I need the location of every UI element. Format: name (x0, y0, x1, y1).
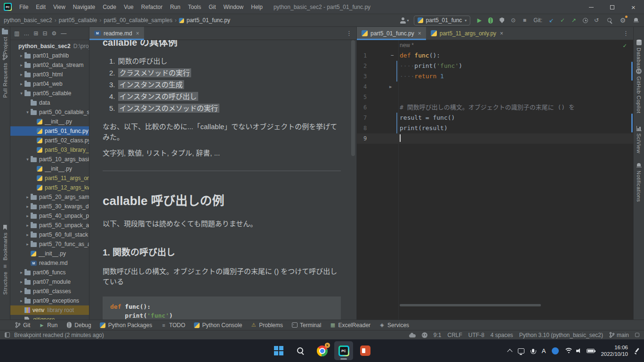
error-stripe-mark[interactable] (631, 114, 633, 132)
gutter-run-marker-icon[interactable]: ▶ (389, 82, 392, 92)
tree-row-part03-html[interactable]: ▸part03_html (10, 70, 89, 79)
more-options-icon[interactable]: … (24, 31, 29, 36)
editor-line[interactable]: 3····return 1 (357, 71, 633, 82)
chevron-right-icon[interactable]: ▸ (18, 82, 24, 86)
view-options-icon[interactable]: ▥ (14, 31, 19, 36)
toolwindow-python-console[interactable]: Python Console (190, 320, 247, 330)
tab-readme[interactable]: readme.md × (89, 27, 144, 40)
menu-item-refactor[interactable]: Refactor (137, 0, 166, 14)
breadcrumb-item[interactable]: part5_01_func.py (186, 17, 230, 24)
tree-row-part5-12-args-kwargs[interactable]: part5_12_args_kwargs (10, 183, 89, 192)
tree-row-part5-10-args-basic[interactable]: ▾part5_10_args_basic (10, 155, 89, 164)
ime-status[interactable]: A (542, 347, 546, 354)
taskbar-chrome-button[interactable]: k (313, 341, 331, 360)
menu-item-edit[interactable]: Edit (32, 0, 49, 14)
stop-button[interactable]: ■ (520, 16, 529, 25)
tree-row-part06-funcs[interactable]: ▸part06_funcs (10, 268, 89, 277)
preview-scrollbar[interactable] (351, 40, 355, 156)
tree-row-gitignore[interactable]: .gitignore (10, 315, 89, 320)
cloud-status-icon[interactable] (409, 334, 416, 337)
settings-button[interactable]: ⚙ (619, 16, 627, 25)
tool-window-toggle-icon[interactable] (5, 332, 10, 337)
menu-item-window[interactable]: Window (220, 0, 248, 14)
tray-indicator-icon[interactable] (552, 347, 559, 354)
tab-options-menu[interactable]: ⋮ (619, 27, 633, 40)
breadcrumb-item[interactable]: part05_callable (59, 17, 97, 24)
close-icon[interactable]: × (418, 30, 421, 37)
debug-button[interactable] (486, 16, 495, 25)
settings-gear-icon[interactable]: ⚙ (51, 31, 56, 36)
tool-strip-pull-requests[interactable]: Pull Requests (0, 54, 10, 98)
menu-item-run[interactable]: Run (166, 0, 184, 14)
editor-line[interactable]: 9 (357, 133, 633, 144)
chevron-right-icon[interactable]: ▸ (24, 204, 31, 209)
menu-item-view[interactable]: View (49, 0, 69, 14)
chevron-down-icon[interactable]: ▾ (24, 157, 31, 162)
tree-row-part5-11-args-only-py[interactable]: part5_11_args_only.py (10, 173, 89, 183)
tree-row-readme-md[interactable]: readme.md (10, 258, 89, 268)
line-separator[interactable]: CRLF (447, 332, 462, 338)
tab-part5-11-args-only[interactable]: part5_11_args_only.py × (426, 27, 508, 40)
tree-row-venv[interactable]: venvlibrary root (10, 305, 89, 315)
toolwindow-python-packages[interactable]: Python Packages (96, 320, 156, 330)
start-button[interactable] (269, 341, 288, 360)
toolwindow-todo[interactable]: ≡TODO (156, 320, 189, 330)
menu-item-code[interactable]: Code (99, 0, 120, 14)
git-branch-widget[interactable]: main (609, 332, 629, 338)
breadcrumb-item[interactable]: part5_00_callable_samples (104, 17, 172, 24)
close-button[interactable]: × (623, 0, 644, 14)
toolwindow-excelreader[interactable]: ▦ExcelReader (325, 320, 375, 330)
tool-strip-github-copilot[interactable]: GitHub Copilot (634, 68, 644, 114)
menu-item-git[interactable]: Git (205, 0, 219, 14)
tree-row-part05-callable[interactable]: ▾part05_callable (10, 89, 89, 98)
tree-row-part5-60-full-stack[interactable]: ▸part5_60_full_stack (10, 230, 89, 239)
chevron-right-icon[interactable]: ▸ (18, 270, 24, 275)
python-interpreter[interactable]: Python 3.10 (python_basic_sec2) (519, 332, 603, 338)
minimize-button[interactable] (580, 0, 602, 14)
tree-row-data[interactable]: data (10, 98, 89, 107)
chevron-right-icon[interactable]: ▸ (18, 53, 24, 58)
pen-icon[interactable] (634, 347, 640, 354)
indent-style[interactable]: 4 spaces (491, 332, 513, 338)
tree-row-part5-40-unpack-param[interactable]: ▸part5_40_unpack_param (10, 211, 89, 221)
tree-row-init-py[interactable]: __init__.py (10, 249, 89, 258)
editor-line[interactable]: 1def func(): (357, 50, 633, 61)
tab-part5-01-func[interactable]: part5_01_func.py × (357, 27, 426, 40)
tree-row-part5-00-callable-samples[interactable]: ▾part5_00_callable_samples (10, 107, 89, 117)
editor-line[interactable]: 4 (357, 82, 633, 92)
chevron-right-icon[interactable]: ▸ (18, 298, 24, 303)
copilot-status-icon[interactable] (422, 332, 427, 338)
editor-line[interactable]: 8print(result) (357, 123, 633, 133)
menu-item-vue[interactable]: Vue (120, 0, 137, 14)
tree-row-part5-03-library-exa[interactable]: part5_03_library_exa (10, 145, 89, 155)
taskbar-search-button[interactable] (291, 341, 310, 360)
chevron-right-icon[interactable]: ▸ (24, 223, 31, 228)
inspections-ok-icon[interactable]: ✓ (623, 42, 627, 49)
chevron-right-icon[interactable]: ▸ (18, 289, 24, 294)
chevron-right-icon[interactable]: ▸ (24, 214, 31, 218)
close-icon[interactable]: × (500, 30, 503, 37)
user-account-button[interactable]: ▾ (400, 17, 409, 24)
collapse-all-icon[interactable]: ⊟ (42, 31, 47, 36)
toolwindow-problems[interactable]: ⚠Problems (246, 320, 287, 330)
taskbar-office-button[interactable] (356, 341, 375, 360)
editor-line[interactable]: 7result = func() (357, 113, 633, 123)
hide-panel-icon[interactable]: — (61, 31, 66, 36)
tree-row-part5-50-unpack-argum[interactable]: ▸part5_50_unpack_argum (10, 221, 89, 230)
tool-strip-structure[interactable]: ≡Structure (0, 263, 10, 295)
chevron-right-icon[interactable]: ▸ (18, 280, 24, 284)
expand-all-icon[interactable]: ⊞ (33, 31, 38, 36)
editor-line[interactable]: 5 (357, 92, 633, 102)
run-button[interactable]: ▶ (475, 16, 483, 25)
tree-row-part07-module[interactable]: ▸part07_module (10, 277, 89, 287)
hidden-icons-chevron[interactable] (507, 349, 512, 354)
update-project-button[interactable]: ↙ (547, 16, 555, 25)
menu-item-help[interactable]: Help (247, 0, 266, 14)
fold-collapse-icon[interactable]: − (391, 50, 394, 61)
tree-row-part5-20-args-samples[interactable]: ▸part5_20_args_samples (10, 192, 89, 202)
toolwindow-run[interactable]: ▶Run (34, 320, 62, 330)
menu-item-navigate[interactable]: Navigate (69, 0, 99, 14)
editor-line[interactable]: 6# 関数呼び出しの構文。オブジェクトの識別子の末尾に () を (357, 102, 633, 113)
tree-row-part5-01-func-py[interactable]: part5_01_func.py (10, 126, 89, 136)
profiler-button[interactable]: ⊙ (509, 16, 517, 25)
